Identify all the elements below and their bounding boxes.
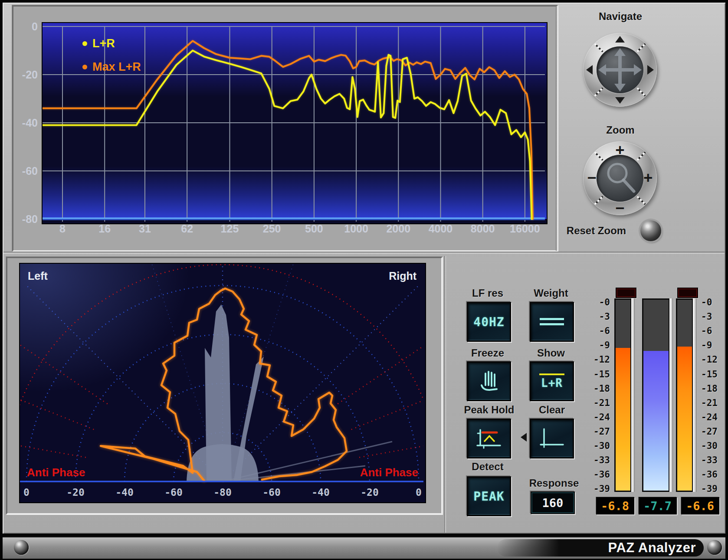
navigate-dial-center[interactable] [597,46,643,93]
meter-scale-label: -36 [580,469,610,480]
footer-bar: PAZ Analyzer [3,536,725,559]
level-meter-right [676,298,693,492]
show-value: L+R [541,377,563,390]
pointer-triangle-icon [521,433,527,442]
zoom-dial-center[interactable] [597,155,643,202]
weight-button[interactable] [530,302,574,342]
navigate-right-arrow-icon[interactable] [647,65,654,75]
legend-item-lr: L+R [82,37,115,50]
meter-scale-label: -24 [701,412,728,422]
zoom-in-vertical-icon[interactable]: + [583,143,657,156]
show-button[interactable]: L+R [530,361,574,401]
meter-scale-label: -6 [580,326,610,336]
x-tick-label: 250 [253,223,292,235]
level-readout-mid: -7.7 [639,497,677,514]
zoom-label: Zoom [577,124,664,136]
detect-button[interactable]: PEAK [467,476,511,516]
meter-scale-label: -12 [701,354,728,365]
meter-highlight-right [693,298,696,492]
meter-scale-label: -24 [580,412,610,422]
meter-scale-label: -3 [580,311,610,322]
level-meter-left [614,298,632,492]
x-tick-label: 16000 [505,223,544,235]
meter-scale-label: -39 [580,484,610,494]
meter-scale-label: -27 [580,426,610,437]
anti-phase-right-label: Anti Phase [360,466,418,479]
x-tick-label: 125 [210,223,249,235]
response-value: 160 [542,496,564,510]
polar-left-label: Left [28,270,48,282]
move-cross-icon [597,46,643,93]
meter-scale-label: -21 [580,398,610,408]
navigate-label: Navigate [577,10,664,23]
x-tick-label: 500 [295,223,334,235]
navigate-up-arrow-icon[interactable] [615,36,625,43]
meter-scale-label: -0 [701,297,728,308]
meter-scale-label: -39 [701,484,728,494]
meter-scale-right: -0-3-6-9-12-15-18-21-24-27-30-33-36-39 [699,295,728,499]
legend-label-lr: L+R [92,37,115,50]
response-field[interactable]: 160 [531,491,575,514]
level-readout-right: -6.6 [681,497,719,514]
peak-hold-label: Peak Hold [451,404,527,416]
meter-scale-label: -21 [701,398,728,408]
peak-hold-icon [475,427,503,450]
plugin-window: L+R Max L+R 0-20-40-60-80 81631621252505… [0,0,728,560]
panel-divider-horizontal [3,252,725,254]
meter-scale-label: -30 [580,441,610,451]
detect-value: PEAK [473,489,504,504]
meter-scale-label: -27 [701,426,728,437]
waves-logo-button-right[interactable] [707,540,722,555]
meter-highlight-mid [669,298,672,492]
zoom-out-horizontal-icon[interactable]: − [587,171,596,184]
panel-divider-vertical-bottom [444,256,446,533]
x-tick-label: 8000 [463,223,502,235]
meter-scale-label: -30 [701,441,728,451]
weight-lines-icon [538,311,566,333]
lf-res-label: LF res [459,287,516,299]
peak-hold-button[interactable] [467,419,511,458]
clear-label: Clear [524,404,580,416]
plugin-title: PAZ Analyzer [608,540,696,556]
magnifier-icon [597,155,643,202]
legend-dot-lr [82,41,87,46]
y-tick-label: 0 [13,20,38,33]
clip-indicator-left [616,288,636,298]
navigate-dial[interactable] [583,33,657,107]
reset-zoom-button[interactable] [640,220,661,241]
level-readout-left: -6.8 [596,497,634,514]
y-tick-label: -60 [13,165,38,177]
navigate-left-arrow-icon[interactable] [586,65,593,75]
navigate-down-arrow-icon[interactable] [615,97,625,104]
x-tick-label: 2000 [379,223,418,235]
y-tick-label: -40 [13,117,38,129]
polar-right-label: Right [389,270,416,282]
meter-scale-label: -36 [701,469,728,480]
spectrum-x-axis: 8163162125250500100020004000800016000 [13,223,556,240]
level-meter-mid [642,298,670,492]
polar-display[interactable]: Left Right Anti Phase Anti Phase 0-20-40… [19,263,426,503]
lf-res-button[interactable]: 40HZ [467,302,511,342]
meter-scale-label: -9 [701,340,728,350]
meter-fill-mid [643,351,669,491]
meter-highlight-left [631,298,634,492]
panel-divider-vertical-top [556,6,557,251]
meter-scale-label: -9 [580,340,610,350]
zoom-in-horizontal-icon[interactable]: + [644,171,653,184]
waves-logo-button-left[interactable] [14,540,29,555]
spectrum-display[interactable]: L+R Max L+R [42,22,548,224]
show-underline-icon [539,373,564,375]
freeze-button[interactable] [467,361,511,401]
clear-button[interactable] [530,419,574,458]
x-tick-label: 31 [125,223,164,235]
zoom-dial[interactable]: + + − − [583,141,657,215]
polar-chart [20,264,423,501]
x-tick-label: 16 [85,223,124,235]
meter-scale-label: -0 [580,297,610,308]
spectrum-chart [43,23,545,222]
legend-label-maxlr: Max L+R [92,60,141,74]
meter-fill-right [677,347,692,491]
clip-indicator-right [677,288,698,298]
y-tick-label: -20 [13,69,38,81]
meter-scale-label: -6 [701,326,728,336]
